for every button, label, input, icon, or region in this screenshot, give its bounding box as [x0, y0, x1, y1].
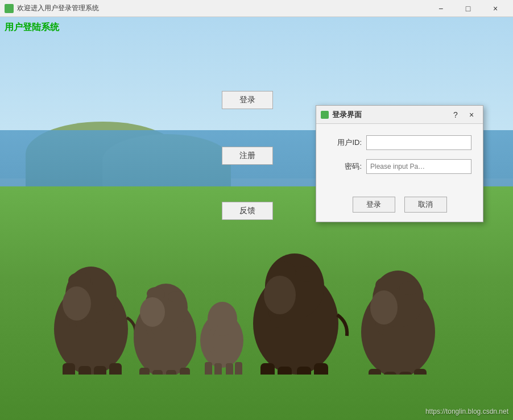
dialog-close-button[interactable]: × — [465, 109, 478, 120]
dialog-footer: 登录 取消 — [316, 192, 483, 222]
userid-input[interactable] — [366, 135, 471, 150]
dialog-overlay: 登录界面 ? × 用户ID: 密码: — [0, 17, 513, 420]
dialog-icon — [321, 111, 329, 119]
dialog-cancel-button[interactable]: 取消 — [404, 197, 447, 213]
window-title: 欢迎进入用户登录管理系统 — [17, 3, 99, 13]
userid-row: 用户ID: — [328, 135, 471, 150]
dialog-login-button[interactable]: 登录 — [353, 197, 395, 213]
dialog-title-text: 登录界面 — [332, 110, 362, 120]
login-dialog: 登录界面 ? × 用户ID: 密码: — [316, 105, 483, 222]
app-icon — [5, 4, 14, 13]
minimize-button[interactable]: − — [428, 0, 454, 17]
userid-label: 用户ID: — [328, 138, 362, 148]
dialog-titlebar-controls: ? × — [450, 109, 478, 120]
window-close-button[interactable]: × — [482, 0, 508, 17]
dialog-help-button[interactable]: ? — [450, 109, 461, 120]
password-label: 密码: — [328, 161, 362, 172]
password-input[interactable] — [366, 159, 471, 174]
maximize-button[interactable]: □ — [455, 0, 481, 17]
app-area: 用户登陆系统 登录 注册 反馈 https://tonglin.blog.csd… — [0, 17, 513, 420]
dialog-titlebar: 登录界面 ? × — [316, 106, 483, 124]
dialog-title-left: 登录界面 — [321, 110, 362, 120]
title-bar-controls: − □ × — [428, 0, 508, 17]
dialog-body: 用户ID: 密码: — [316, 124, 483, 192]
title-bar: 欢迎进入用户登录管理系统 − □ × — [0, 0, 513, 17]
title-bar-left: 欢迎进入用户登录管理系统 — [5, 3, 99, 13]
password-row: 密码: — [328, 159, 471, 174]
